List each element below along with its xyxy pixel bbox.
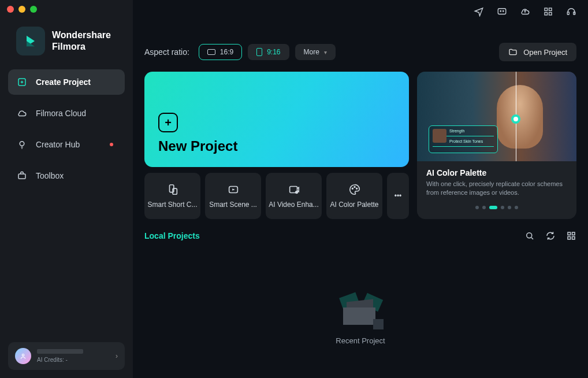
aspect-ratio-row: Aspect ratio: 16:9 9:16 More ▾ Open Proj…	[133, 20, 588, 72]
landscape-icon	[207, 49, 215, 55]
tool-label: AI Video Enha...	[268, 201, 319, 209]
compare-slider-icon	[511, 114, 520, 124]
recent-project-label: Recent Project	[336, 336, 385, 345]
local-projects-tab[interactable]: Local Projects	[144, 231, 200, 240]
svg-rect-7	[545, 8, 548, 11]
svg-point-1	[20, 142, 24, 146]
sidebar-item-label: Creator Hub	[36, 140, 80, 149]
plus-square-icon	[16, 76, 28, 88]
tool-smart-scene[interactable]: Smart Scene ...	[205, 173, 261, 219]
open-project-label: Open Project	[523, 48, 567, 57]
feature-desc: With one click, precisely replicate colo…	[426, 180, 567, 198]
svg-rect-22	[568, 232, 571, 235]
notification-badge	[110, 143, 113, 146]
avatar	[15, 348, 31, 364]
tool-shortcuts: Smart Short C... Smart Scene ... AI Vide…	[144, 173, 409, 219]
sidebar-item-create-project[interactable]: Create Project	[8, 69, 125, 95]
main-area: Aspect ratio: 16:9 9:16 More ▾ Open Proj…	[133, 0, 588, 378]
sidebar-item-toolbox[interactable]: Toolbox	[8, 163, 125, 188]
aspect-chip-16-9[interactable]: 16:9	[199, 44, 242, 60]
feature-pager[interactable]	[417, 203, 576, 215]
tool-smart-short-clips[interactable]: Smart Short C...	[144, 173, 200, 219]
tool-label: Smart Scene ...	[207, 201, 259, 209]
cloud-icon	[16, 108, 28, 119]
lightbulb-icon	[16, 139, 28, 150]
svg-point-3	[22, 354, 24, 357]
open-project-button[interactable]: Open Project	[499, 43, 576, 61]
ai-credits-label: AI Credits: -	[37, 357, 83, 363]
filmora-logo-icon	[16, 27, 45, 55]
maximize-window-icon[interactable]	[30, 6, 37, 13]
window-controls	[0, 0, 133, 18]
message-icon[interactable]	[497, 6, 507, 17]
user-card[interactable]: AI Credits: - ›	[8, 342, 125, 370]
aspect-text: 9:16	[267, 48, 280, 56]
svg-rect-9	[545, 13, 548, 16]
cloud-upload-icon[interactable]	[520, 6, 530, 17]
sidebar-item-creator-hub[interactable]: Creator Hub	[8, 132, 125, 157]
sidebar-item-filmora-cloud[interactable]: Filmora Cloud	[8, 101, 125, 126]
grid-view-icon[interactable]	[566, 231, 576, 241]
aspect-ratio-label: Aspect ratio:	[144, 47, 189, 57]
minimize-window-icon[interactable]	[18, 6, 25, 13]
palette-icon	[348, 183, 361, 196]
empty-box-icon	[341, 295, 380, 328]
username-placeholder	[37, 349, 83, 354]
feature-image: Strength Protect Skin Tones	[417, 72, 576, 161]
feature-card[interactable]: Strength Protect Skin Tones AI Color Pal…	[417, 72, 576, 219]
ellipsis-icon: •••	[395, 192, 402, 200]
svg-point-5	[500, 11, 501, 12]
svg-rect-24	[568, 237, 571, 240]
plus-icon: +	[158, 113, 178, 132]
feature-title: AI Color Palette	[426, 168, 567, 177]
chevron-right-icon: ›	[116, 352, 118, 360]
svg-point-17	[295, 191, 297, 194]
video-enhance-icon	[288, 183, 300, 196]
svg-rect-25	[572, 237, 575, 240]
brand: Wondershare Filmora	[0, 18, 133, 69]
svg-rect-8	[549, 8, 552, 11]
svg-rect-11	[567, 12, 569, 15]
send-icon[interactable]	[474, 6, 484, 17]
sidebar-item-label: Create Project	[36, 77, 91, 87]
topbar	[133, 0, 588, 20]
aspect-chip-more[interactable]: More ▾	[295, 44, 336, 60]
sidebar: Wondershare Filmora Create Project Filmo…	[0, 0, 133, 378]
svg-point-6	[503, 11, 504, 12]
scene-cut-icon	[227, 183, 240, 196]
headset-icon[interactable]	[566, 6, 576, 17]
search-icon[interactable]	[524, 231, 535, 241]
svg-point-21	[527, 233, 532, 238]
svg-point-20	[356, 188, 357, 189]
portrait-icon	[256, 48, 262, 56]
apps-grid-icon[interactable]	[543, 6, 553, 17]
svg-rect-23	[572, 232, 575, 235]
brand-line1: Wondershare	[52, 30, 111, 40]
svg-rect-12	[574, 12, 575, 15]
tool-ai-video-enhance[interactable]: AI Video Enha...	[266, 173, 322, 219]
new-project-label: New Project	[158, 138, 395, 154]
aspect-text: 16:9	[220, 48, 233, 56]
tool-more-button[interactable]: •••	[387, 173, 409, 219]
feature-overlay: Strength Protect Skin Tones	[429, 125, 498, 153]
svg-rect-2	[18, 174, 25, 179]
chevron-down-icon: ▾	[324, 49, 327, 55]
refresh-icon[interactable]	[545, 231, 556, 241]
toolbox-icon	[16, 170, 28, 181]
sidebar-item-label: Toolbox	[36, 171, 64, 180]
aspect-chip-9-16[interactable]: 9:16	[248, 44, 289, 60]
svg-point-18	[352, 188, 353, 189]
tool-label: Smart Short C...	[147, 201, 198, 209]
svg-rect-4	[498, 9, 506, 14]
svg-point-19	[354, 187, 355, 188]
phone-clip-icon	[166, 183, 179, 196]
empty-state: Recent Project	[133, 246, 588, 378]
folder-icon	[508, 47, 518, 57]
close-window-icon[interactable]	[7, 6, 14, 13]
tool-label: AI Color Palette	[329, 201, 380, 209]
tool-ai-color-palette[interactable]: AI Color Palette	[326, 173, 382, 219]
brand-line2: Filmora	[52, 42, 111, 52]
new-project-button[interactable]: + New Project	[144, 72, 409, 167]
sidebar-item-label: Filmora Cloud	[36, 109, 86, 118]
more-label: More	[304, 48, 319, 56]
